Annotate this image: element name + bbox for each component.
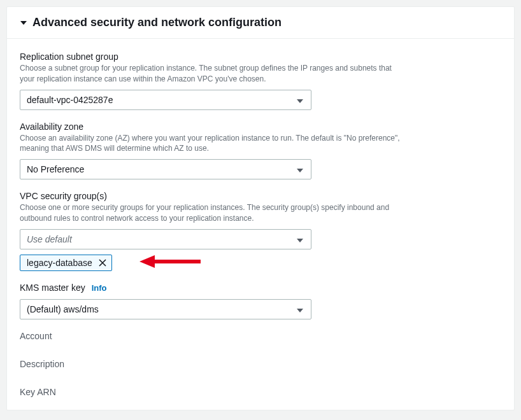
chevron-down-icon bbox=[297, 164, 303, 174]
panel-body: Replication subnet group Choose a subnet… bbox=[7, 39, 514, 410]
field-availability-zone: Availability zone Choose an availability… bbox=[20, 122, 501, 180]
select-value: default-vpc-0425287e bbox=[27, 95, 113, 105]
advanced-security-panel: Advanced security and network configurat… bbox=[6, 6, 515, 410]
select-placeholder: Use default bbox=[27, 234, 72, 244]
close-icon bbox=[99, 259, 106, 267]
remove-tag-button[interactable] bbox=[97, 258, 108, 268]
subnet-group-select[interactable]: default-vpc-0425287e bbox=[20, 90, 311, 110]
select-value: (Default) aws/dms bbox=[27, 304, 99, 314]
key-arn-label: Key ARN bbox=[20, 387, 501, 397]
kms-key-select[interactable]: (Default) aws/dms bbox=[20, 299, 311, 319]
availability-zone-select[interactable]: No Preference bbox=[20, 159, 311, 179]
chevron-down-icon bbox=[297, 304, 303, 314]
security-groups-select[interactable]: Use default bbox=[20, 229, 311, 249]
security-group-tag: legacy-database bbox=[20, 255, 112, 271]
annotation-arrow bbox=[139, 253, 201, 272]
field-label: Availability zone bbox=[20, 122, 501, 132]
field-subnet-group: Replication subnet group Choose a subnet… bbox=[20, 52, 501, 110]
chevron-down-icon bbox=[297, 95, 303, 105]
field-description: Choose an availability zone (AZ) where y… bbox=[20, 133, 408, 155]
field-description: Choose one or more security groups for y… bbox=[20, 202, 408, 224]
panel-header[interactable]: Advanced security and network configurat… bbox=[7, 7, 514, 39]
chevron-down-icon bbox=[297, 234, 303, 244]
info-link[interactable]: Info bbox=[92, 283, 107, 293]
field-kms-key: KMS master key Info (Default) aws/dms bbox=[20, 283, 501, 319]
field-security-groups: VPC security group(s) Choose one or more… bbox=[20, 191, 501, 271]
field-label: Replication subnet group bbox=[20, 52, 501, 62]
panel-title: Advanced security and network configurat… bbox=[32, 16, 282, 29]
caret-down-icon bbox=[20, 19, 27, 27]
tag-label: legacy-database bbox=[27, 258, 92, 268]
field-label: KMS master key bbox=[20, 283, 85, 293]
account-label: Account bbox=[20, 331, 501, 341]
field-description: Choose a subnet group for your replicati… bbox=[20, 63, 408, 85]
svg-marker-1 bbox=[139, 255, 155, 268]
field-label: VPC security group(s) bbox=[20, 191, 501, 201]
select-value: No Preference bbox=[27, 164, 84, 174]
description-label: Description bbox=[20, 359, 501, 369]
